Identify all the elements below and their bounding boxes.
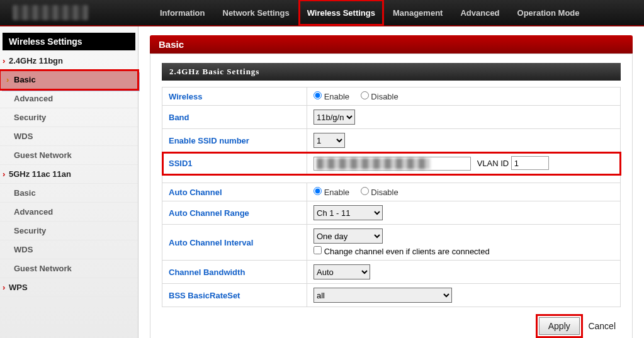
button-row: Apply Cancel [162, 307, 621, 336]
wireless-field: Enable Disable [307, 87, 621, 106]
wireless-disable-radio[interactable] [361, 91, 369, 99]
wireless-label: Wireless [162, 87, 307, 106]
sidebar: Wireless Settings 2.4GHz 11bgnBasicAdvan… [0, 26, 138, 338]
sidebar-item-basic[interactable]: Basic [0, 184, 138, 203]
auto-channel-label: Auto Channel [162, 183, 307, 201]
sidebar-item-security[interactable]: Security [0, 222, 138, 240]
band-label: Band [162, 106, 307, 129]
top-nav: InformationNetwork SettingsWireless Sett… [0, 0, 644, 26]
bss-select[interactable]: all [314, 288, 452, 303]
section-header: 2.4GHz Basic Settings [162, 63, 621, 81]
wireless-enable-radio[interactable] [314, 91, 322, 99]
nav-management[interactable]: Management [384, 0, 451, 26]
panel-title: Basic [150, 35, 633, 54]
auto-ch-range-select[interactable]: Ch 1 - 11 [314, 205, 383, 220]
channel-bw-label: Channel Bandwidth [162, 261, 307, 284]
nav-information[interactable]: Information [151, 0, 214, 26]
ssid1-label: SSID1 [162, 152, 307, 175]
apply-button[interactable]: Apply [539, 317, 580, 335]
settings-table: Wireless Enable Disable Band 11b/g/n Ena… [162, 87, 621, 307]
nav-operation-mode[interactable]: Operation Mode [509, 0, 589, 26]
nav-advanced[interactable]: Advanced [451, 0, 508, 26]
auto-channel-enable-radio[interactable] [314, 187, 322, 195]
vlan-label: VLAN ID [477, 159, 509, 168]
sidebar-item-advanced[interactable]: Advanced [0, 203, 138, 222]
nav-wireless-settings[interactable]: Wireless Settings [298, 0, 384, 26]
sidebar-parent-2-4ghz-11bgn[interactable]: 2.4GHz 11bgn [0, 52, 138, 70]
ssid1-cell: VLAN ID [307, 152, 621, 175]
sidebar-item-wds[interactable]: WDS [0, 240, 138, 259]
sidebar-item-advanced[interactable]: Advanced [0, 89, 138, 108]
nav-network-settings[interactable]: Network Settings [214, 0, 298, 26]
change-channel-label: Change channel even if clients are conne… [324, 247, 490, 256]
sidebar-item-guest-network[interactable]: Guest Network [0, 146, 138, 165]
auto-ch-interval-label: Auto Channel Interval [162, 225, 307, 261]
vlan-input[interactable] [511, 156, 549, 170]
sidebar-parent-5ghz-11ac-11an[interactable]: 5GHz 11ac 11an [0, 165, 138, 184]
sidebar-item-basic[interactable]: Basic [0, 70, 138, 89]
enable-ssid-label: Enable SSID number [162, 129, 307, 152]
auto-channel-disable-radio[interactable] [361, 187, 369, 195]
auto-ch-interval-select[interactable]: One day [314, 228, 383, 244]
cancel-button[interactable]: Cancel [583, 318, 621, 334]
bss-label: BSS BasicRateSet [162, 284, 307, 307]
ssid1-input[interactable] [314, 157, 471, 171]
main-content: Basic 2.4GHz Basic Settings Wireless Ena… [138, 26, 644, 338]
auto-ch-range-label: Auto Channel Range [162, 201, 307, 225]
change-channel-checkbox[interactable] [314, 246, 322, 254]
sidebar-parent-wps[interactable]: WPS [0, 278, 138, 297]
sidebar-item-guest-network[interactable]: Guest Network [0, 259, 138, 278]
enable-ssid-select[interactable]: 1 [314, 133, 345, 148]
sidebar-title: Wireless Settings [3, 33, 135, 50]
channel-bw-select[interactable]: Auto [314, 264, 370, 279]
sidebar-item-wds[interactable]: WDS [0, 127, 138, 146]
sidebar-item-security[interactable]: Security [0, 108, 138, 127]
band-select[interactable]: 11b/g/n [314, 110, 355, 125]
brand-logo [13, 5, 88, 20]
